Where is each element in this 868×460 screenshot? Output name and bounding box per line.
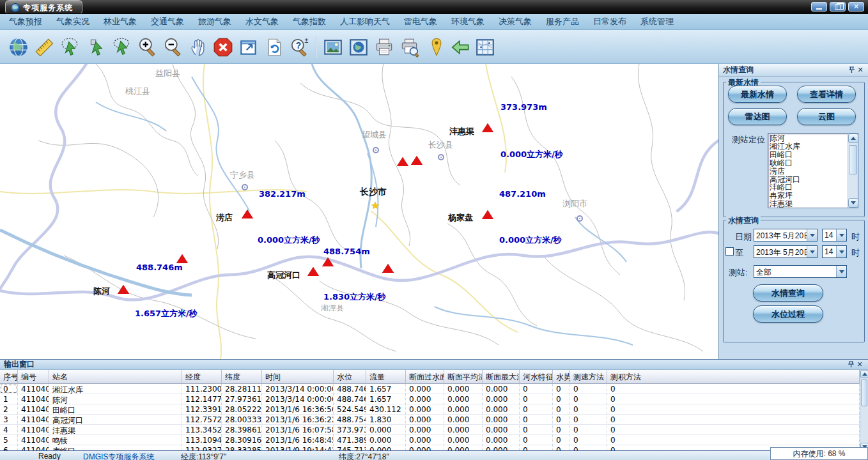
listbox-scrollbar[interactable]	[848, 134, 858, 208]
panel-button[interactable]: 查看详情	[797, 86, 856, 103]
station-list-item[interactable]: 陈河	[770, 134, 847, 142]
table-row[interactable]: 341104010高冠河口112.75722228.0033332013/1/6…	[0, 415, 860, 425]
pin-icon[interactable]	[846, 360, 855, 369]
panel-button[interactable]: 雷达图	[728, 108, 787, 125]
station-list-item[interactable]: 湘江水库	[770, 142, 847, 151]
table-scrollbar[interactable]	[860, 370, 868, 451]
pin-icon[interactable]	[847, 66, 856, 75]
table-column-header[interactable]: 编号	[18, 370, 49, 384]
close-button[interactable]: ✕	[848, 2, 864, 12]
minimize-button[interactable]	[811, 2, 827, 12]
table-column-header[interactable]: 水位	[334, 370, 366, 384]
table-column-header[interactable]: 断面最大流	[483, 370, 520, 384]
globe-icon[interactable]	[6, 35, 31, 59]
to-checkbox[interactable]	[725, 247, 734, 256]
table-column-header[interactable]: 测积方法	[607, 370, 860, 384]
output-close-icon[interactable]: ✕	[855, 360, 864, 369]
table-column-header[interactable]: 水势	[553, 370, 570, 384]
table-column-header[interactable]: 测速方法	[570, 370, 607, 384]
station-marker-icon[interactable]	[242, 210, 253, 218]
water-level-process-button[interactable]: 水位过程	[753, 305, 823, 323]
station-marker-icon[interactable]	[411, 156, 422, 165]
panel-button[interactable]: 云图	[797, 108, 856, 125]
zoom-in-icon[interactable]	[136, 35, 160, 59]
pan-hand-icon[interactable]	[187, 35, 211, 59]
table-column-header[interactable]: 流量	[366, 370, 406, 384]
table-row[interactable]: 041104002湘江水库111.23000028.2811112013/3/1…	[0, 384, 860, 394]
menu-item[interactable]: 服务产品	[546, 16, 579, 27]
menu-item[interactable]: 雷电气象	[404, 16, 437, 27]
station-marker-icon[interactable]	[482, 210, 493, 219]
table-column-header[interactable]: 序号	[0, 370, 18, 384]
refresh-page-icon[interactable]	[262, 35, 286, 59]
menu-item[interactable]: 林业气象	[104, 16, 137, 27]
zoom-out-icon[interactable]	[161, 35, 185, 59]
panel-close-icon[interactable]: ✕	[856, 66, 865, 75]
hour-from-combo[interactable]: 14	[822, 229, 847, 241]
menu-item[interactable]: 水文气象	[245, 16, 279, 27]
identify-query-icon[interactable]: ?±	[288, 35, 312, 59]
measure-ruler-icon[interactable]	[32, 35, 56, 59]
stop-cancel-icon[interactable]	[211, 35, 235, 59]
dropdown-arrow-icon[interactable]	[807, 229, 817, 241]
table-column-header[interactable]: 河水特征码	[520, 370, 553, 384]
station-list-item[interactable]: 沣惠渠	[770, 200, 847, 208]
station-list-item[interactable]: 涝店	[770, 167, 847, 176]
menu-item[interactable]: 环境气象	[451, 16, 484, 27]
menu-item[interactable]: 气象预报	[9, 16, 42, 27]
grid-map-icon[interactable]	[473, 35, 497, 59]
station-marker-icon[interactable]	[118, 285, 129, 294]
table-row[interactable]: 441104017沣惠渠113.34527828.3986112013/1/6 …	[0, 425, 860, 435]
scroll-thumb[interactable]	[861, 379, 867, 406]
map-canvas[interactable]: 益阳县桃江县望城县长沙县宁乡县浏阳市湘潭县长沙市沣惠渠涝店高冠河口陈河杨家盘37…	[0, 64, 718, 359]
scroll-thumb[interactable]	[849, 145, 857, 174]
dropdown-arrow-icon[interactable]	[836, 246, 846, 257]
station-marker-icon[interactable]	[307, 267, 319, 276]
panel-button[interactable]: 最新水情	[728, 86, 787, 103]
print-preview-icon[interactable]	[398, 35, 422, 59]
station-listbox[interactable]: 陈河湘江水库田峪口耿峪口涝店高冠河口沣峪口冉家坪沣惠渠	[768, 133, 858, 208]
station-marker-icon[interactable]	[482, 123, 493, 132]
select-features-circle-icon[interactable]	[59, 35, 83, 59]
menu-item[interactable]: 旅游气象	[198, 16, 231, 27]
restore-button[interactable]	[830, 2, 846, 12]
table-row[interactable]: 541104022鸣犊113.10944428.3091672013/1/6 1…	[0, 435, 860, 445]
select-arrow-icon[interactable]	[86, 35, 110, 59]
dropdown-arrow-icon[interactable]	[836, 266, 846, 277]
export-window-icon[interactable]	[236, 35, 261, 59]
dropdown-arrow-icon[interactable]	[836, 229, 846, 241]
table-column-header[interactable]: 断面平均流	[444, 370, 483, 384]
placemark-pin-icon[interactable]	[424, 35, 449, 59]
back-arrow-icon[interactable]	[449, 35, 473, 59]
date-to-combo[interactable]: 2013年 5月20日	[754, 245, 818, 258]
menu-item[interactable]: 气象实况	[56, 16, 89, 27]
station-marker-icon[interactable]	[176, 254, 188, 263]
scroll-down-icon[interactable]	[848, 198, 858, 208]
dropdown-arrow-icon[interactable]	[807, 246, 817, 257]
menu-item[interactable]: 决策气象	[499, 16, 532, 27]
menu-item[interactable]: 人工影响天气	[340, 16, 390, 27]
station-marker-icon[interactable]	[322, 257, 334, 266]
table-column-header[interactable]: 站名	[49, 370, 182, 384]
station-list-item[interactable]: 耿峪口	[770, 159, 847, 167]
scroll-up-icon[interactable]	[860, 370, 868, 378]
table-row[interactable]: 241104004田峪口112.33916728.0522222013/1/6 …	[0, 404, 860, 415]
select-lasso-icon[interactable]	[110, 35, 134, 59]
menu-item[interactable]: 日常发布	[593, 16, 626, 27]
station-select-combo[interactable]: 全部	[754, 265, 847, 278]
menu-item[interactable]: 系统管理	[640, 16, 674, 27]
image-export-icon[interactable]	[321, 35, 345, 59]
scroll-up-icon[interactable]	[848, 134, 858, 143]
station-marker-icon[interactable]	[397, 157, 408, 166]
date-from-combo[interactable]: 2013年 5月20日	[754, 229, 818, 241]
table-column-header[interactable]: 断面过水面	[406, 370, 444, 384]
print-icon[interactable]	[372, 35, 396, 59]
table-row[interactable]: 141104002陈河112.14777827.9736112013/3/14 …	[0, 394, 860, 404]
table-column-header[interactable]: 经度	[182, 370, 222, 384]
table-column-header[interactable]: 纬度	[222, 370, 262, 384]
hour-to-combo[interactable]: 14	[822, 245, 847, 258]
output-table[interactable]: 序号编号站名经度纬度时间水位流量断面过水面断面平均流断面最大流河水特征码水势测速…	[0, 370, 860, 451]
water-query-button[interactable]: 水情查询	[753, 284, 823, 302]
table-column-header[interactable]: 时间	[262, 370, 334, 384]
menu-item[interactable]: 交通气象	[151, 16, 184, 27]
